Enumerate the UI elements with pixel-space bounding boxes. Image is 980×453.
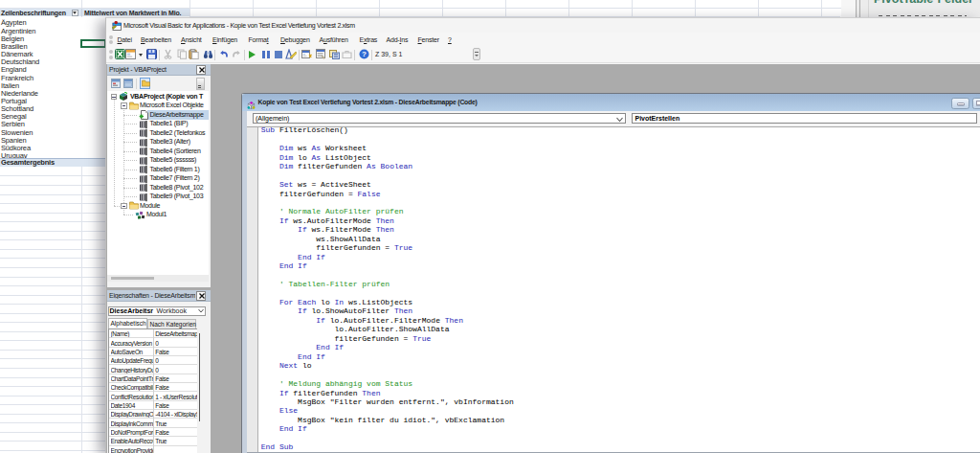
svg-text:?: ? [362, 50, 367, 58]
